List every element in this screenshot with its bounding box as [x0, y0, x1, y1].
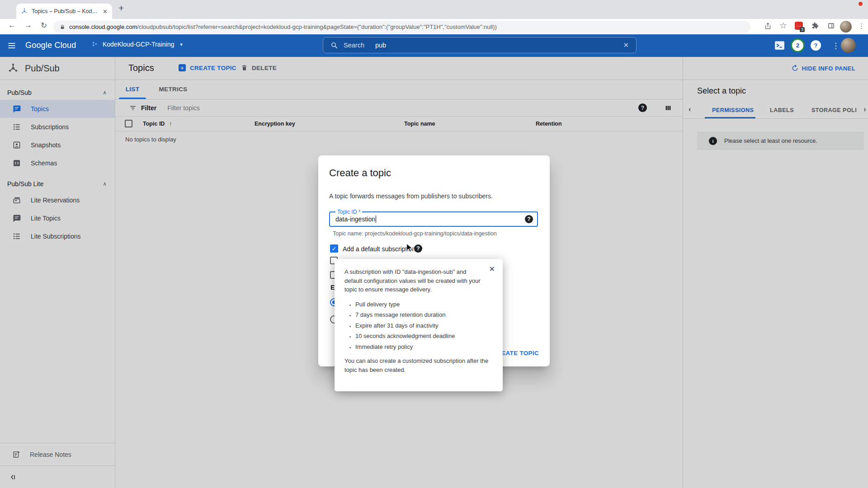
default-subscription-label: Add a default subscription — [343, 245, 415, 253]
tooltip-bullet-list: Pull delivery type 7 days message retent… — [344, 299, 494, 352]
tooltip-bullet: Expire after 31 days of inactivity — [355, 320, 494, 331]
recording-dot — [859, 2, 863, 6]
reload-button[interactable]: ↻ — [41, 21, 47, 30]
search-bar[interactable]: Search pub ✕ — [323, 37, 637, 53]
project-selector[interactable]: KodeKloud-GCP-Training ▾ — [91, 41, 183, 48]
browser-profile-avatar[interactable] — [840, 21, 852, 33]
google-cloud-logo[interactable]: Google Cloud — [25, 41, 76, 50]
bookmark-star-icon[interactable]: ☆ — [779, 20, 787, 31]
default-subscription-help-icon[interactable]: ? — [414, 244, 422, 253]
topic-id-help-icon[interactable]: ? — [525, 215, 533, 223]
lock-icon — [60, 24, 65, 30]
topic-id-value: data-ingestion — [335, 216, 375, 223]
topic-id-label: Topic ID * — [335, 209, 362, 215]
back-button[interactable]: ← — [8, 21, 16, 30]
default-subscription-tooltip: ✕ A subscription with ID "data-ingestion… — [335, 259, 503, 391]
more-options-icon[interactable]: ⋮ — [832, 41, 840, 51]
tooltip-bullet: Pull delivery type — [355, 299, 494, 310]
tooltip-bullet: 10 seconds acknowledgment deadline — [355, 331, 494, 342]
browser-tab[interactable]: Topics – Pub/Sub – KodeKloud ✕ — [16, 4, 112, 19]
pubsub-favicon-icon — [21, 8, 28, 15]
tooltip-close-icon[interactable]: ✕ — [489, 265, 495, 273]
url-domain: console.cloud.google.com — [69, 23, 137, 30]
default-subscription-checkbox[interactable]: ✓ — [330, 244, 338, 253]
gcp-header: Google Cloud KodeKloud-GCP-Training ▾ Se… — [0, 34, 868, 57]
tab-title: Topics – Pub/Sub – KodeKloud — [32, 8, 100, 14]
tooltip-bullet: Immediate retry policy — [355, 342, 494, 352]
search-query: pub — [375, 42, 386, 49]
encryption-section-partial-label: E — [330, 284, 335, 291]
adblock-extension-icon[interactable]: ⋯ 3 — [795, 22, 803, 30]
tab-close-icon[interactable]: ✕ — [103, 8, 108, 15]
dialog-description: A topic forwards messages from publisher… — [329, 192, 493, 200]
extension-badge: 3 — [800, 27, 805, 32]
tooltip-footer: You can also create a customized subscri… — [344, 357, 494, 374]
new-tab-button[interactable]: + — [118, 3, 124, 14]
address-bar[interactable]: console.cloud.google.com/cloudpubsub/top… — [53, 21, 750, 33]
cloud-shell-icon[interactable] — [774, 40, 785, 51]
share-icon[interactable] — [764, 22, 772, 31]
browser-toolbar: ← → ↻ console.cloud.google.com/cloudpubs… — [0, 19, 868, 34]
side-panel-icon[interactable] — [827, 22, 835, 30]
notification-count: 2 — [796, 42, 799, 49]
topic-name-helper: Topic name: projects/kodekloud-gcp-train… — [333, 230, 497, 237]
tooltip-intro: A subscription with ID "data-ingestion-s… — [344, 267, 494, 294]
tooltip-bullet: 7 days message retention duration — [355, 310, 494, 320]
browser-tab-strip: Topics – Pub/Sub – KodeKloud ✕ + — [0, 0, 868, 19]
url-path: /cloudpubsub/topic/list?referrer=search&… — [137, 23, 497, 30]
forward-button[interactable]: → — [24, 21, 32, 30]
dialog-title: Create a topic — [329, 167, 391, 179]
search-icon — [330, 42, 338, 49]
menu-icon[interactable] — [7, 41, 16, 50]
browser-menu-icon[interactable]: ⋮ — [858, 22, 865, 30]
extensions-puzzle-icon[interactable] — [811, 22, 819, 30]
search-clear-icon[interactable]: ✕ — [623, 41, 629, 49]
topic-id-field[interactable]: Topic ID * data-ingestion ? — [329, 211, 538, 227]
account-avatar[interactable] — [841, 38, 856, 53]
text-caret — [376, 216, 377, 223]
project-name: KodeKloud-GCP-Training — [103, 41, 174, 48]
caret-down-icon: ▾ — [180, 42, 183, 47]
search-label: Search — [344, 42, 364, 49]
notifications-button[interactable]: 2 — [791, 38, 805, 52]
mouse-cursor — [406, 243, 414, 253]
help-button[interactable]: ? — [811, 40, 821, 51]
help-icon: ? — [814, 42, 818, 49]
project-icon — [91, 41, 99, 48]
screen: Topics – Pub/Sub – KodeKloud ✕ + ← → ↻ c… — [0, 0, 868, 488]
